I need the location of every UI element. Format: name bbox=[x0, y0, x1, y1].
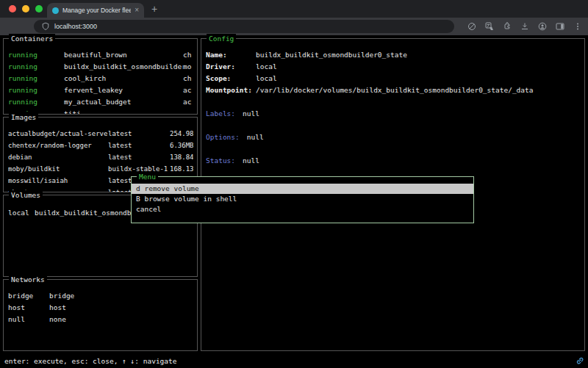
container-name: buildx_buildkit_osmondbuilder0 bbox=[64, 61, 183, 73]
menu-title: Menu bbox=[137, 172, 158, 181]
container-state: running bbox=[8, 96, 64, 108]
config-value: buildx_buildkit_osmondbuilder0_state bbox=[256, 51, 407, 59]
menu-item-remove-volume[interactable]: d remove volume bbox=[132, 184, 473, 194]
image-tag: latest bbox=[108, 128, 170, 140]
titlebar: Manage your Docker fleet w × + bbox=[0, 0, 588, 18]
network-name: bridge bbox=[8, 290, 49, 302]
config-key: Status: bbox=[206, 155, 243, 167]
extensions-icon[interactable] bbox=[503, 22, 512, 31]
profile-avatar[interactable] bbox=[538, 22, 547, 31]
network-name: host bbox=[8, 302, 49, 314]
container-row[interactable]: running my_actual_budget ac bbox=[8, 96, 193, 108]
container-image-hint: ch bbox=[183, 49, 193, 61]
container-image-hint: ac bbox=[183, 96, 193, 108]
config-field-scope: Scope:local bbox=[206, 73, 581, 84]
zoom-window-button[interactable] bbox=[35, 5, 43, 12]
network-driver: host bbox=[49, 302, 193, 314]
config-field-driver: Driver:local bbox=[206, 61, 581, 73]
browser-tab[interactable]: Manage your Docker fleet w × bbox=[47, 3, 144, 18]
image-size: 254.98 bbox=[170, 128, 193, 140]
close-window-button[interactable] bbox=[9, 5, 16, 12]
address-bar[interactable]: localhost:3000 bbox=[34, 20, 454, 33]
container-name: my_actual_budget bbox=[64, 96, 183, 108]
config-key: Driver: bbox=[206, 61, 256, 73]
config-key: Mountpoint: bbox=[206, 84, 256, 96]
config-key: Name: bbox=[206, 49, 256, 61]
container-name: titi bbox=[64, 108, 183, 114]
container-image-hint: ac bbox=[183, 84, 193, 96]
container-name: cool_kirch bbox=[64, 73, 183, 84]
config-field-mountpoint: Mountpoint:/var/lib/docker/volumes/build… bbox=[206, 84, 581, 96]
container-image-hint: ch bbox=[183, 73, 193, 84]
url-text: localhost:3000 bbox=[54, 23, 97, 30]
image-size: 138.84 bbox=[170, 151, 193, 163]
image-name: debian bbox=[8, 151, 108, 163]
tracking-shield-icon[interactable] bbox=[467, 22, 476, 31]
volume-driver: local bbox=[8, 207, 35, 219]
config-field-name: Name:buildx_buildkit_osmondbuilder0_stat… bbox=[206, 49, 581, 61]
image-name: chentex/random-logger bbox=[8, 140, 108, 151]
tab-close-icon[interactable]: × bbox=[135, 7, 139, 14]
container-state: running bbox=[8, 84, 64, 96]
config-field-options: Options:null bbox=[206, 131, 581, 143]
config-field-status: Status:null bbox=[206, 155, 581, 167]
image-name: mosswill/isaiah bbox=[8, 175, 108, 187]
image-tag: latest bbox=[108, 151, 170, 163]
container-name: fervent_leakey bbox=[64, 84, 183, 96]
config-value: null bbox=[243, 109, 259, 118]
browser-window: Manage your Docker fleet w × + localhost… bbox=[0, 0, 588, 368]
config-key: Scope: bbox=[206, 73, 256, 84]
menu-item-cancel[interactable]: cancel bbox=[132, 204, 473, 214]
image-tag: latest bbox=[108, 140, 170, 151]
config-field-labels: Labels:null bbox=[206, 108, 581, 120]
network-row[interactable]: host host bbox=[8, 302, 193, 314]
config-value: local bbox=[256, 62, 277, 71]
menu-item-browse-volume[interactable]: B browse volume in shell bbox=[132, 194, 473, 204]
tab-favicon-icon bbox=[52, 7, 59, 14]
translate-icon[interactable] bbox=[485, 22, 494, 31]
network-row[interactable]: null none bbox=[8, 314, 193, 325]
networks-panel: Networks bridge bridge host host null no… bbox=[3, 279, 198, 351]
container-state: running bbox=[8, 61, 64, 73]
network-driver: bridge bbox=[49, 290, 193, 302]
config-value: null bbox=[247, 133, 264, 141]
container-row[interactable]: running beautiful_brown ch bbox=[8, 49, 193, 61]
minimize-window-button[interactable] bbox=[22, 5, 29, 12]
image-row[interactable]: actualbudget/actual-server latest 254.98 bbox=[8, 128, 193, 140]
container-row[interactable]: running fervent_leakey ac bbox=[8, 84, 193, 96]
sidebar-icon[interactable] bbox=[556, 22, 564, 31]
keybinding-help-text: enter: execute, esc: close, ↑ ↓: navigat… bbox=[4, 357, 177, 365]
link-icon[interactable] bbox=[576, 356, 584, 365]
config-value: local bbox=[256, 74, 277, 82]
image-size: 168.13 bbox=[170, 163, 193, 175]
image-row[interactable]: debian latest 138.84 bbox=[8, 151, 193, 163]
menu-dots-icon[interactable] bbox=[573, 22, 582, 31]
image-row[interactable]: chentex/random-logger latest 6.36MB bbox=[8, 140, 193, 151]
container-row[interactable]: running cool_kirch ch bbox=[8, 73, 193, 84]
toolbar-icons bbox=[467, 20, 582, 33]
container-name: beautiful_brown bbox=[64, 49, 183, 61]
image-row[interactable]: moby/buildkit buildx-stable-1 168.13 bbox=[8, 163, 193, 175]
network-row[interactable]: bridge bridge bbox=[8, 290, 193, 302]
image-name: actualbudget/actual-server bbox=[8, 128, 108, 140]
downloads-icon[interactable] bbox=[520, 22, 529, 31]
config-key: Labels: bbox=[206, 108, 243, 120]
container-state: running bbox=[8, 73, 64, 84]
image-size: 6.36MB bbox=[170, 140, 193, 151]
containers-panel: Containers running beautiful_brown ch ru… bbox=[3, 38, 198, 115]
container-image-hint: mo bbox=[183, 61, 193, 73]
networks-list: bridge bridge host host null none bbox=[4, 280, 197, 350]
container-image-hint bbox=[183, 108, 193, 114]
window-controls bbox=[9, 5, 43, 12]
network-name: null bbox=[8, 314, 49, 325]
config-value: null bbox=[243, 156, 259, 165]
new-tab-button[interactable]: + bbox=[151, 3, 157, 15]
config-key: Options: bbox=[206, 131, 247, 143]
container-state: running bbox=[8, 49, 64, 61]
image-name: moby/buildkit bbox=[8, 163, 108, 175]
tab-title: Manage your Docker fleet w bbox=[62, 7, 131, 14]
container-row[interactable]: running buildx_buildkit_osmondbuilder0 m… bbox=[8, 61, 193, 73]
menu-items: d remove volume B browse volume in shell… bbox=[132, 177, 473, 214]
config-value: /var/lib/docker/volumes/buildx_buildkit_… bbox=[256, 86, 534, 94]
browser-toolbar: localhost:3000 bbox=[0, 18, 588, 35]
